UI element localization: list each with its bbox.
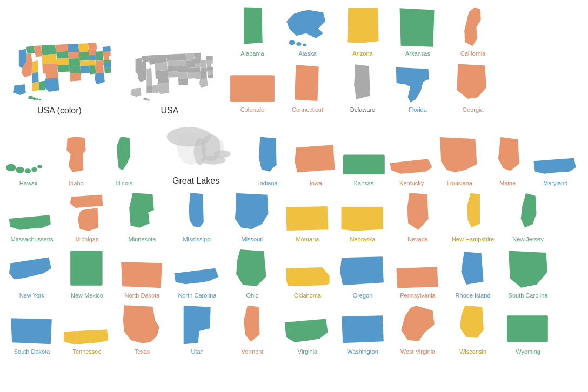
svg-marker-199 [13, 84, 26, 95]
svg-marker-238 [201, 67, 208, 72]
svg-marker-185 [88, 49, 97, 56]
svg-marker-288 [189, 193, 204, 227]
indiana-cell[interactable]: Indiana [244, 134, 292, 188]
tennessee-cell[interactable]: Tennessee [59, 303, 115, 357]
svg-marker-234 [193, 58, 201, 64]
illinois-cell[interactable]: Illinois [100, 134, 148, 188]
rhode-island-cell[interactable]: Rhode Island [445, 246, 500, 300]
great-lakes-cell[interactable]: Great Lakes [148, 120, 244, 188]
west-virginia-cell[interactable]: West Virginia [390, 302, 445, 356]
new-hampshire-cell[interactable]: New Hampshire [445, 190, 500, 244]
svg-marker-241 [207, 70, 213, 75]
iowa-cell[interactable]: Iowa [292, 134, 340, 188]
svg-marker-277 [259, 137, 277, 171]
svg-marker-230 [193, 53, 201, 59]
colorado-cell[interactable]: Colorado [225, 60, 280, 114]
wisconsin-cell[interactable]: Wisconsin [445, 302, 500, 356]
north-carolina-cell[interactable]: North Carolina [170, 246, 225, 300]
california-cell[interactable]: California [445, 4, 500, 58]
svg-marker-208 [146, 67, 152, 79]
new-york-cell[interactable]: New York [4, 246, 59, 300]
pennsylvania-cell[interactable]: Pennsylvania [390, 246, 445, 300]
svg-point-249 [143, 98, 147, 100]
hawaii-cell[interactable]: Hawaii [4, 134, 52, 188]
montana-cell[interactable]: Montana [280, 190, 335, 244]
north-dakota-cell[interactable]: North Dakota [115, 246, 170, 300]
kentucky-cell[interactable]: Kentucky [387, 134, 436, 188]
svg-marker-220 [158, 77, 169, 83]
michigan-cell[interactable]: Michigan [59, 190, 115, 244]
alabama-cell[interactable]: Alabama [225, 4, 280, 58]
texas-cell[interactable]: Texas [115, 302, 170, 356]
usa-color-large[interactable]: USA (color) [4, 4, 115, 118]
ohio-cell[interactable]: Ohio [225, 246, 280, 300]
missouri-cell[interactable]: Missouri [225, 190, 280, 244]
virginia-cell[interactable]: Virginia [280, 303, 335, 357]
arkansas-cell[interactable]: Arkansas [390, 4, 445, 58]
arizona-cell[interactable]: Arizona [335, 4, 390, 58]
georgia-cell[interactable]: Georgia [445, 60, 500, 114]
florida-cell[interactable]: Florida [390, 60, 445, 114]
oklahoma-cell[interactable]: Oklahoma [280, 246, 335, 300]
svg-marker-285 [78, 208, 98, 231]
svg-marker-193 [104, 68, 111, 73]
svg-marker-283 [534, 158, 576, 174]
utah-cell[interactable]: Utah [170, 302, 225, 356]
svg-point-267 [31, 167, 37, 171]
svg-marker-224 [177, 66, 187, 72]
svg-marker-176 [69, 66, 81, 74]
nebraska-cell[interactable]: Nebraska [335, 190, 390, 244]
svg-point-264 [6, 164, 16, 172]
svg-marker-187 [96, 65, 104, 75]
oregon-cell[interactable]: Oregon [335, 246, 390, 300]
nevada-cell[interactable]: Nevada [390, 190, 445, 244]
svg-marker-301 [340, 256, 384, 285]
svg-rect-279 [343, 155, 385, 175]
south-carolina-cell[interactable]: South Carolina [500, 246, 556, 300]
svg-marker-313 [460, 306, 484, 338]
svg-marker-302 [397, 267, 438, 288]
svg-marker-164 [32, 72, 38, 83]
svg-marker-216 [166, 54, 177, 60]
svg-marker-162 [42, 54, 57, 64]
kansas-cell[interactable]: Kansas [340, 134, 388, 188]
svg-marker-215 [152, 85, 158, 93]
svg-marker-166 [39, 81, 46, 91]
svg-marker-180 [80, 65, 90, 74]
alaska-cell[interactable]: Alaska [280, 4, 335, 58]
svg-marker-170 [57, 65, 70, 72]
svg-marker-184 [89, 66, 96, 75]
svg-marker-179 [79, 52, 89, 61]
svg-point-200 [28, 96, 33, 99]
usa-gray-large[interactable]: USA [115, 4, 225, 118]
maine-cell[interactable]: Maine [484, 134, 532, 188]
svg-marker-237 [199, 78, 208, 87]
great-lakes-lbl: Great Lakes [172, 176, 219, 186]
louisiana-cell[interactable]: Louisiana [436, 134, 484, 188]
svg-marker-218 [168, 66, 178, 72]
massachusetts-cell[interactable]: Massachussetts [4, 190, 59, 244]
svg-point-266 [25, 168, 31, 173]
svg-marker-226 [178, 78, 188, 85]
svg-marker-221 [157, 83, 169, 94]
svg-marker-169 [57, 58, 69, 65]
svg-marker-262 [396, 67, 430, 102]
south-dakota-cell[interactable]: South Dakota [4, 303, 59, 357]
minnesota-cell[interactable]: Minnesota [115, 190, 170, 244]
svg-marker-188 [95, 73, 105, 85]
mississippi-cell[interactable]: Mississippi [170, 190, 225, 244]
washington-cell[interactable]: Washington [335, 303, 390, 357]
delaware-cell[interactable]: Delaware [335, 60, 390, 114]
connecticut-cell[interactable]: Connecticut [280, 60, 335, 114]
maryland-cell[interactable]: Maryland [531, 134, 579, 188]
svg-marker-244 [206, 56, 213, 60]
idaho-cell[interactable]: Idaho [52, 134, 101, 188]
new-jersey-cell[interactable]: New Jersey [500, 190, 556, 244]
usa-color-lbl: USA (color) [37, 106, 82, 116]
wyoming-cell[interactable]: Wyoming [500, 303, 556, 357]
svg-marker-257 [400, 8, 435, 46]
svg-marker-229 [187, 72, 195, 79]
new-mexico-cell[interactable]: New Mexico [59, 246, 115, 300]
svg-marker-222 [177, 53, 186, 60]
vermont-cell[interactable]: Vermont [225, 302, 280, 356]
